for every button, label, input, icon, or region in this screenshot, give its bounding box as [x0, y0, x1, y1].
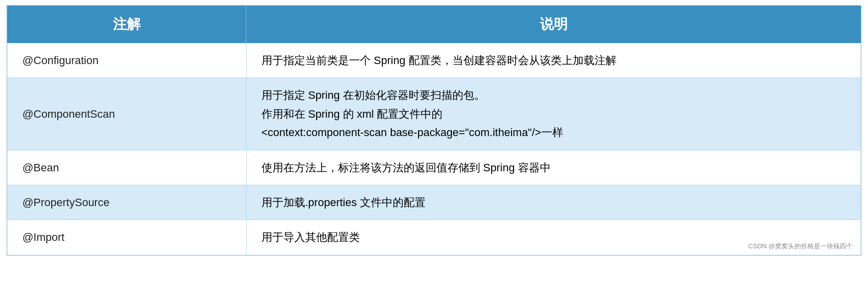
header-description: 说明	[246, 6, 861, 43]
description-cell watermark: 用于导入其他配置类 CSDN @窝窝头的价格是一块钱四个	[246, 220, 861, 255]
desc-line-1: 用于指定 Spring 在初始化容器时要扫描的包。	[261, 89, 485, 101]
annotation-cell: @Import	[7, 220, 247, 255]
description-cell: 用于指定 Spring 在初始化容器时要扫描的包。 作用和在 Spring 的 …	[246, 78, 861, 150]
desc-line-2: 作用和在 Spring 的 xml 配置文件中的	[261, 108, 442, 120]
table-body: @Configuration 用于指定当前类是一个 Spring 配置类，当创建…	[7, 43, 861, 255]
annotation-table: 注解 说明 @Configuration 用于指定当前类是一个 Spring 配…	[7, 5, 861, 255]
header-annotation: 注解	[7, 6, 247, 43]
import-description: 用于导入其他配置类	[261, 231, 360, 243]
annotation-cell: @ComponentScan	[7, 78, 247, 150]
table-header-row: 注解 说明	[7, 6, 861, 43]
description-cell: 用于指定当前类是一个 Spring 配置类，当创建容器时会从该类上加载注解	[246, 43, 861, 78]
annotation-table-wrapper: 注解 说明 @Configuration 用于指定当前类是一个 Spring 配…	[6, 5, 862, 256]
table-row: @Bean 使用在方法上，标注将该方法的返回值存储到 Spring 容器中	[7, 150, 861, 185]
table-row: @Configuration 用于指定当前类是一个 Spring 配置类，当创建…	[7, 43, 861, 78]
description-cell: 使用在方法上，标注将该方法的返回值存储到 Spring 容器中	[246, 150, 861, 185]
annotation-cell: @Bean	[7, 150, 247, 185]
description-cell: 用于加载.properties 文件中的配置	[246, 185, 861, 220]
table-row: @ComponentScan 用于指定 Spring 在初始化容器时要扫描的包。…	[7, 78, 861, 150]
table-row: @Import 用于导入其他配置类 CSDN @窝窝头的价格是一块钱四个	[7, 220, 861, 255]
annotation-cell: @Configuration	[7, 43, 247, 78]
table-row: @PropertySource 用于加载.properties 文件中的配置	[7, 185, 861, 220]
desc-line-3: <context:component-scan base-package="co…	[261, 126, 563, 139]
watermark-text: CSDN @窝窝头的价格是一块钱四个	[748, 241, 853, 252]
annotation-cell: @PropertySource	[7, 185, 247, 220]
